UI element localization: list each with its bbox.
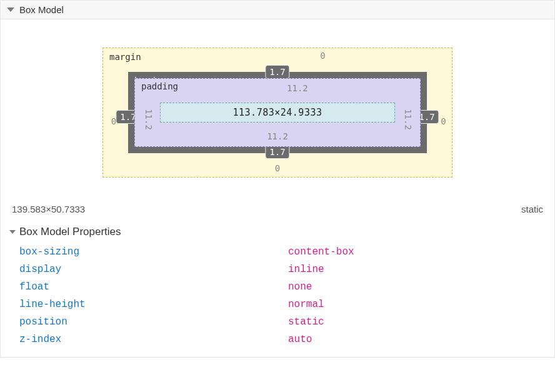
element-dimensions: 139.583×50.7333	[12, 204, 85, 214]
border-bottom-value[interactable]: 1.7	[265, 145, 289, 159]
margin-bottom-value[interactable]: 0	[275, 163, 280, 173]
padding-right-value[interactable]: 11.2	[403, 109, 413, 130]
chevron-down-icon	[9, 230, 16, 234]
property-row[interactable]: box-sizing content-box	[19, 243, 543, 261]
property-name: box-sizing	[19, 246, 288, 258]
box-model-margin-region[interactable]: margin 0 0 0 0 border 1.7 1.7 1.7 1.7 pa…	[102, 48, 452, 178]
property-row[interactable]: position static	[19, 313, 543, 331]
property-name: line-height	[19, 299, 288, 310]
box-model-padding-region[interactable]: padding 11.2 11.2 11.2 11.2 113.783×24.9…	[134, 78, 421, 147]
properties-title: Box Model Properties	[19, 226, 121, 238]
property-name: display	[19, 264, 288, 275]
margin-label: margin	[109, 52, 141, 62]
property-name: float	[19, 281, 288, 293]
padding-label: padding	[141, 81, 178, 91]
properties-list: box-sizing content-box display inline fl…	[1, 241, 554, 357]
property-row[interactable]: z-index auto	[19, 331, 543, 348]
border-top-value[interactable]: 1.7	[265, 65, 289, 79]
box-model-content-region[interactable]: 113.783×24.9333	[160, 103, 395, 123]
content-dimensions: 113.783×24.9333	[233, 107, 322, 118]
property-row[interactable]: float none	[19, 278, 543, 296]
margin-right-value[interactable]: 0	[441, 116, 446, 126]
property-row[interactable]: display inline	[19, 261, 543, 278]
property-value: auto	[288, 334, 312, 345]
box-model-border-region[interactable]: border 1.7 1.7 1.7 1.7 padding 11.2 11.2…	[128, 72, 427, 153]
box-model-properties-header[interactable]: Box Model Properties	[1, 222, 554, 241]
box-model-diagram: margin 0 0 0 0 border 1.7 1.7 1.7 1.7 pa…	[1, 19, 554, 196]
margin-top-value[interactable]: 0	[320, 51, 325, 61]
panel-title: Box Model	[19, 4, 64, 15]
property-name: z-index	[19, 334, 288, 345]
padding-left-value[interactable]: 11.2	[144, 109, 154, 130]
property-value: none	[288, 281, 312, 293]
property-value: content-box	[288, 246, 354, 258]
padding-top-value[interactable]: 11.2	[287, 83, 308, 93]
box-model-panel-header[interactable]: Box Model	[1, 0, 554, 19]
property-value: normal	[288, 299, 324, 310]
property-name: position	[19, 316, 288, 328]
chevron-down-icon	[7, 8, 14, 12]
padding-bottom-value[interactable]: 11.2	[267, 131, 288, 141]
property-value: inline	[288, 264, 324, 275]
property-value: static	[288, 316, 324, 328]
property-row[interactable]: line-height normal	[19, 296, 543, 313]
element-position-type: static	[521, 204, 543, 214]
dimensions-row: 139.583×50.7333 static	[1, 196, 554, 222]
